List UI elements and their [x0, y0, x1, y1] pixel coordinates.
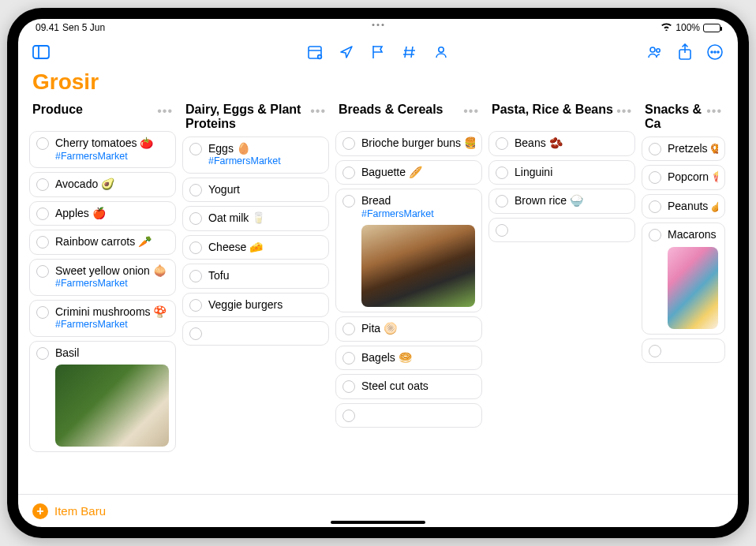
list-item[interactable]: Veggie burgers — [182, 293, 329, 318]
checkbox-circle[interactable] — [36, 265, 49, 278]
checkbox-circle[interactable] — [189, 143, 202, 155]
add-item-button[interactable]: Item Baru — [54, 504, 106, 518]
column-header: Pasta, Rice & Beans••• — [488, 99, 635, 131]
item-tag[interactable]: #FarmersMarket — [208, 155, 322, 168]
add-item-icon[interactable]: + — [32, 503, 48, 519]
list-item[interactable]: Sweet yellow onion 🧅#FarmersMarket — [29, 259, 176, 296]
list-item[interactable]: Crimini mushrooms 🍄#FarmersMarket — [29, 300, 176, 337]
item-thumbnail[interactable] — [361, 225, 475, 307]
checkbox-circle[interactable] — [36, 208, 49, 220]
list-item[interactable]: Basil — [29, 341, 176, 453]
item-label: Oat milk 🥛 — [208, 211, 322, 226]
checkbox-circle[interactable] — [189, 270, 202, 282]
list-item[interactable]: Avocado 🥑 — [29, 172, 176, 197]
checkbox-circle[interactable] — [342, 137, 355, 150]
svg-line-6 — [411, 47, 413, 58]
item-thumbnail[interactable] — [55, 365, 169, 447]
item-body: Peanuts 🥜 — [668, 200, 718, 214]
list-item[interactable]: Eggs 🥚#FarmersMarket — [182, 136, 329, 174]
checkbox-circle[interactable] — [36, 306, 49, 319]
sidebar-toggle-button[interactable] — [29, 40, 53, 64]
checkbox-circle[interactable] — [649, 143, 661, 155]
checkbox-circle[interactable] — [36, 236, 49, 249]
columns-board[interactable]: Produce•••Cherry tomatoes 🍅#FarmersMarke… — [18, 99, 738, 494]
list-item[interactable]: Brown rice 🍚 — [488, 189, 635, 214]
item-thumbnail[interactable] — [668, 247, 718, 329]
checkbox-circle[interactable] — [189, 327, 202, 340]
list-item[interactable]: Oat milk 🥛 — [182, 206, 329, 231]
calendar-button[interactable] — [303, 40, 327, 64]
list-item[interactable]: Brioche burger buns 🍔 — [335, 131, 482, 156]
empty-item[interactable] — [642, 338, 725, 363]
list-item[interactable]: Linguini — [488, 160, 635, 185]
checkbox-circle[interactable] — [342, 410, 355, 422]
column-title: Breads & Cereals — [339, 103, 443, 117]
list-item[interactable]: Beans 🫘 — [488, 131, 635, 156]
column-more-button[interactable]: ••• — [616, 103, 632, 118]
item-tag[interactable]: #FarmersMarket — [55, 319, 169, 331]
svg-point-15 — [714, 51, 716, 53]
checkbox-circle[interactable] — [189, 241, 202, 254]
empty-item[interactable] — [335, 403, 482, 428]
checkbox-circle[interactable] — [342, 166, 355, 179]
item-body: Linguini — [515, 166, 628, 180]
list-item[interactable]: Baguette 🥖 — [335, 160, 482, 185]
checkbox-circle[interactable] — [649, 229, 661, 241]
assign-button[interactable] — [429, 40, 453, 64]
checkbox-circle[interactable] — [189, 299, 202, 312]
column-more-button[interactable]: ••• — [157, 103, 173, 118]
flag-button[interactable] — [366, 40, 390, 64]
checkbox-circle[interactable] — [342, 352, 355, 365]
checkbox-circle[interactable] — [342, 323, 355, 335]
home-indicator[interactable] — [331, 521, 425, 524]
checkbox-circle[interactable] — [36, 347, 49, 360]
list-item[interactable]: Pretzels 🥨 — [642, 136, 725, 162]
checkbox-circle[interactable] — [342, 195, 355, 208]
share-button[interactable] — [673, 40, 697, 64]
checkbox-circle[interactable] — [36, 137, 49, 150]
device-frame: 09.41 Sen 5 Jun 100% — [7, 8, 749, 538]
list-item[interactable]: Yogurt — [182, 178, 329, 203]
list-item[interactable]: Rainbow carrots 🥕 — [29, 230, 176, 255]
more-button[interactable] — [703, 40, 727, 64]
checkbox-circle[interactable] — [342, 380, 355, 393]
checkbox-circle[interactable] — [189, 184, 202, 196]
column-more-button[interactable]: ••• — [706, 103, 722, 118]
list-item[interactable]: Pita 🫓 — [335, 316, 482, 342]
list-item[interactable]: Bagels 🥯 — [335, 346, 482, 371]
list-item[interactable]: Steel cut oats — [335, 374, 482, 399]
svg-point-11 — [657, 49, 660, 52]
checkbox-circle[interactable] — [496, 137, 508, 150]
item-label: Linguini — [515, 166, 628, 180]
list-item[interactable]: Cheese 🧀 — [182, 235, 329, 260]
list-item[interactable]: Popcorn 🍿 — [642, 165, 725, 190]
list-item[interactable]: Tofu — [182, 264, 329, 289]
list-item[interactable]: Macarons — [642, 223, 725, 335]
checkbox-circle[interactable] — [36, 178, 49, 191]
checkbox-circle[interactable] — [496, 224, 508, 237]
list-item[interactable]: Apples 🍎 — [29, 201, 176, 226]
item-tag[interactable]: #FarmersMarket — [55, 278, 169, 290]
list-item[interactable]: Cherry tomatoes 🍅#FarmersMarket — [29, 131, 176, 168]
item-tag[interactable]: #FarmersMarket — [361, 208, 475, 221]
checkbox-circle[interactable] — [496, 166, 508, 179]
column: Snacks & Ca•••Pretzels 🥨Popcorn 🍿Peanuts… — [642, 99, 725, 494]
item-label: Beans 🫘 — [515, 136, 628, 151]
column-more-button[interactable]: ••• — [463, 103, 479, 118]
collaborate-button[interactable] — [643, 40, 667, 64]
checkbox-circle[interactable] — [649, 345, 661, 357]
checkbox-circle[interactable] — [649, 200, 661, 213]
column-more-button[interactable]: ••• — [310, 103, 326, 118]
checkbox-circle[interactable] — [649, 171, 661, 184]
item-label: Eggs 🥚 — [208, 142, 322, 156]
empty-item[interactable] — [488, 218, 635, 242]
column: Dairy, Eggs & Plant Proteins•••Eggs 🥚#Fa… — [182, 99, 329, 494]
location-button[interactable] — [335, 40, 358, 64]
item-tag[interactable]: #FarmersMarket — [55, 151, 169, 163]
list-item[interactable]: Bread#FarmersMarket — [335, 189, 482, 312]
tag-button[interactable] — [398, 40, 421, 64]
empty-item[interactable] — [182, 321, 329, 346]
checkbox-circle[interactable] — [189, 212, 202, 225]
list-item[interactable]: Peanuts 🥜 — [642, 194, 725, 219]
checkbox-circle[interactable] — [496, 195, 508, 208]
